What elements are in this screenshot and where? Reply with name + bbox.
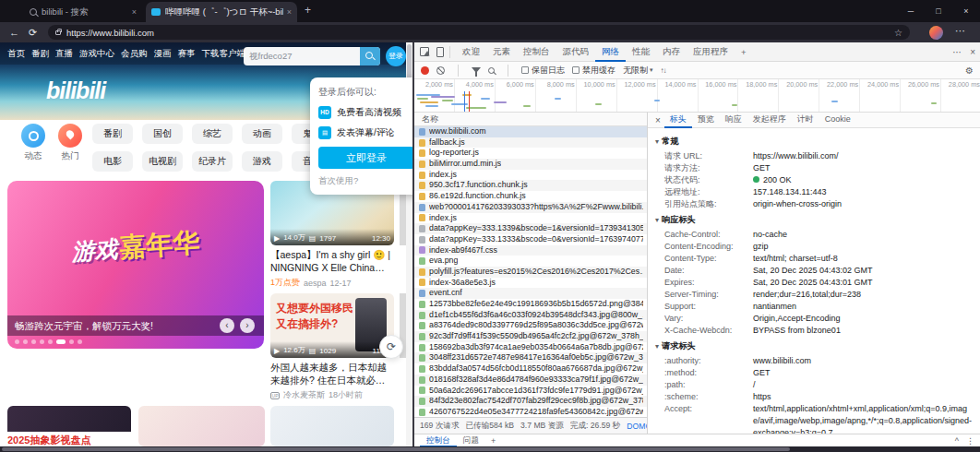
login-now-button[interactable]: 立即登录: [318, 147, 412, 169]
network-request-row[interactable]: fallback.js: [414, 137, 647, 149]
first-time-link[interactable]: 首次使用?: [318, 175, 412, 187]
maximize-button[interactable]: □: [925, 0, 952, 22]
carousel-prev-icon[interactable]: ‹: [220, 318, 234, 333]
category-pill[interactable]: 电影: [92, 151, 133, 172]
uploader-name[interactable]: aespa: [304, 279, 327, 288]
network-request-row[interactable]: web?000014176203393033?https%3A%2F%2Fwww…: [414, 202, 647, 213]
carousel-dot[interactable]: [31, 339, 36, 344]
section-request-headers[interactable]: ▾ 请求标头: [655, 340, 973, 352]
network-request-row[interactable]: www.bilibili.com: [414, 126, 647, 137]
carousel-dot[interactable]: [23, 339, 28, 344]
devtools-tab[interactable]: 控制台: [517, 42, 556, 62]
network-request-row[interactable]: d1ef1cb455f6d3f6a46c033f0924b39548dcf343…: [414, 310, 647, 321]
network-request-row[interactable]: event.cnf: [414, 288, 647, 299]
refresh-feed-button[interactable]: ⟳: [379, 335, 403, 359]
network-request-row[interactable]: index.js: [414, 213, 647, 224]
carousel-dot[interactable]: [56, 339, 66, 344]
carousel-dot[interactable]: [40, 339, 44, 344]
more-tools-button[interactable]: +: [735, 43, 753, 61]
requests-column-header[interactable]: 名称: [414, 113, 647, 126]
url-text[interactable]: https://www.bilibili.com: [66, 28, 894, 38]
window-horizontal-scrollbar[interactable]: [0, 446, 980, 452]
preserve-log-checkbox[interactable]: 保留日志: [521, 65, 565, 77]
devtools-tab[interactable]: 应用程序: [687, 42, 735, 62]
video-title[interactable]: 外国人越来越多，日本却越来越排外? 住在日本就必须要入乡随俗吗?: [270, 362, 394, 387]
network-request-row[interactable]: 4260767522d4e05e3477724218fa9fe54360842c…: [414, 407, 647, 417]
category-pill[interactable]: 动画: [242, 124, 282, 144]
category-pill[interactable]: 游戏: [242, 151, 282, 172]
browser-tab-search[interactable]: bilibili - 搜索 ×: [24, 2, 142, 22]
details-tab[interactable]: 计时: [792, 113, 819, 128]
scrollbar-thumb[interactable]: [2, 447, 790, 451]
network-request-row[interactable]: 92c3df7d9ff41f539c5509db4965a4fc2cf2.jpg…: [414, 331, 647, 342]
network-request-row[interactable]: polyfill.js?features=es2015%2Ces2016%2Ce…: [414, 267, 647, 278]
search-button[interactable]: [360, 47, 380, 65]
devtools-more-icon[interactable]: ⋯: [952, 47, 962, 57]
drawer-expand-icon[interactable]: ^: [955, 436, 959, 446]
network-request-row[interactable]: 950.3cf17.function.chunk.js: [414, 180, 647, 191]
network-request-row[interactable]: 3048ff231d6572e7487e98417e16364af0eb5c.j…: [414, 352, 647, 363]
bottom-video-card[interactable]: 2025抽象影视盘点: [7, 406, 131, 446]
search-box[interactable]: 视frdeco27: [244, 47, 380, 65]
favorite-star-icon[interactable]: ☆: [894, 28, 902, 38]
carousel-dot[interactable]: [15, 339, 19, 344]
network-request-row[interactable]: index.js: [414, 170, 647, 181]
devtools-tab[interactable]: 内存: [656, 42, 687, 62]
network-request-row[interactable]: index-36a8e5e3.js: [414, 278, 647, 289]
details-tab[interactable]: 响应: [720, 113, 747, 128]
category-pill[interactable]: 番剧: [92, 124, 133, 144]
filter-icon[interactable]: [472, 67, 481, 73]
category-pill[interactable]: 电视剧: [142, 151, 183, 172]
bottom-banner-title[interactable]: 2025抽象影视盘点: [7, 432, 131, 446]
video-title[interactable]: 【aespa】I'm a shy girl 🙂 | NINGNING X Ell…: [270, 249, 394, 274]
network-request-row[interactable]: 12573bbe82fe6e24e49c199186936b5b15d6572d…: [414, 299, 647, 310]
devtools-tab[interactable]: 网络: [595, 42, 626, 62]
network-request-row[interactable]: log-reporter.js: [414, 148, 647, 159]
quick-entry-hot[interactable]: 热门: [54, 124, 87, 162]
inspect-element-icon[interactable]: [420, 47, 429, 56]
nav-link[interactable]: 下载客户端: [202, 48, 246, 60]
disable-cache-checkbox[interactable]: 禁用缓存: [572, 65, 615, 77]
login-avatar-button[interactable]: 登录: [386, 46, 406, 66]
promo-carousel-banner[interactable]: 游戏嘉年华 畅游跨次元宇宙，解锁万元大奖! ‹ ›: [7, 181, 264, 349]
reload-button[interactable]: ⟳: [29, 27, 37, 39]
network-request-row[interactable]: 018168f328af3d4e86d4784f960e93333ca79f1f…: [414, 375, 647, 386]
nav-link[interactable]: 会员购: [121, 48, 148, 60]
nav-link[interactable]: 赛事: [178, 48, 196, 60]
section-general[interactable]: ▾ 常规: [655, 136, 973, 148]
uploader-name[interactable]: 冷水麦茶斯: [283, 389, 325, 401]
devtools-tab[interactable]: 性能: [626, 42, 656, 62]
network-request-row[interactable]: a83764ded9c80d3397769d25f895a8036c3dd5ce…: [414, 320, 647, 331]
network-request-row[interactable]: 86.e192d.function.chunk.js: [414, 191, 647, 202]
category-pill[interactable]: 国创: [142, 124, 183, 144]
details-tab[interactable]: Cookie: [819, 113, 856, 128]
network-request-row[interactable]: eva.png: [414, 256, 647, 267]
address-bar[interactable]: https://www.bilibili.com ☆: [48, 25, 910, 40]
network-settings-gear-icon[interactable]: ⚙: [965, 65, 974, 76]
drawer-tab[interactable]: 控制台: [420, 434, 457, 447]
drawer-menu-icon[interactable]: ⋮: [966, 436, 974, 446]
bottom-video-card[interactable]: [270, 406, 394, 446]
network-request-row[interactable]: 50a6a2dc269617abcce1d361f73fdc9fe1779d91…: [414, 386, 647, 397]
devtools-tab[interactable]: 元素: [486, 42, 517, 62]
category-pill[interactable]: 纪录片: [192, 151, 233, 172]
devtools-close-icon[interactable]: ×: [970, 47, 975, 57]
nav-link[interactable]: 漫画: [154, 48, 172, 60]
video-card[interactable]: ▶14.0万 ▤1797 12:30 【aespa】I'm a shy girl…: [270, 181, 394, 289]
video-thumbnail[interactable]: 又想要外国移民 又在搞排外? ▶12.6万 ▤1029 11:34: [270, 293, 394, 358]
network-request-row[interactable]: data?appKey=333.1333&bscode=0&versionId=…: [414, 234, 647, 245]
network-request-row[interactable]: index-ab9f467f.css: [414, 245, 647, 256]
details-tab[interactable]: 发起程序: [747, 113, 792, 128]
devtools-tab[interactable]: 源代码: [556, 42, 596, 62]
details-tab[interactable]: 预览: [692, 113, 720, 128]
network-conditions-icon[interactable]: ↑↓: [661, 66, 666, 75]
tab-close-icon[interactable]: ×: [287, 7, 292, 17]
network-request-row[interactable]: data?appKey=333.1339&bscode=1&versionId=…: [414, 223, 647, 234]
browser-menu-icon[interactable]: ⋯: [955, 25, 965, 37]
network-request-row[interactable]: 83bddaf3a0574d56fcb0d118550f80aa676687da…: [414, 363, 647, 375]
browser-tab-bilibili[interactable]: 哔哩哔哩 (゜-゜)つロ 干杯~-bilibili ×: [146, 2, 297, 22]
drawer-tab[interactable]: 问题: [457, 434, 485, 447]
device-emulation-icon[interactable]: [436, 47, 444, 57]
devtools-tab[interactable]: 欢迎: [456, 42, 486, 62]
nav-link[interactable]: 番剧: [31, 48, 49, 60]
